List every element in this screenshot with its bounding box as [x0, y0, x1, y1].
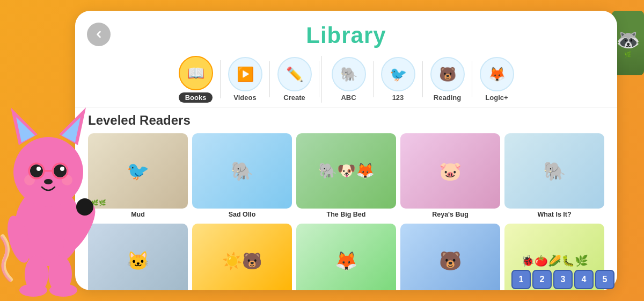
- book-so-hot-thumb: ☀️🐻: [192, 224, 292, 291]
- cat-books-icon: 📖: [179, 56, 213, 90]
- book-mud-thumb: 🐦 🌿🌿: [88, 133, 188, 209]
- cat-logicplus[interactable]: 🦊 Logic+: [472, 57, 522, 102]
- cat-videos[interactable]: ▶️ Videos: [221, 57, 270, 102]
- cat-abc[interactable]: 🐘 ABC: [324, 57, 374, 102]
- cat-123-label: 123: [392, 94, 404, 102]
- number-bar: 1 2 3 4 5: [511, 270, 614, 289]
- cat-logicplus-label: Logic+: [485, 94, 508, 102]
- cat-123[interactable]: 🐦 123: [374, 57, 423, 102]
- books-grid: 🐦 🌿🌿 Mud 🐘 Sad Ollo 🐘🐶🦊 The Big Bed 🐷 Re…: [75, 131, 617, 290]
- book-big-bed[interactable]: 🐘🐶🦊 The Big Bed: [296, 133, 396, 218]
- book-cup-is-up[interactable]: 🐻 The Cup Is Up: [400, 224, 500, 291]
- num-btn-4[interactable]: 4: [574, 270, 594, 289]
- cat-videos-icon: ▶️: [228, 57, 262, 91]
- page-title: Library: [75, 11, 617, 48]
- book-sad-ollo[interactable]: 🐘 Sad Ollo: [192, 133, 292, 218]
- book-mud[interactable]: 🐦 🌿🌿 Mud: [88, 133, 188, 218]
- cat-reading-icon: 🐻: [430, 57, 465, 91]
- book-hop-hop-hop-thumb: 🦊: [296, 224, 396, 291]
- book-what-is-it-label: What Is It?: [537, 211, 571, 218]
- book-reyas-bug-thumb: 🐷: [400, 133, 500, 209]
- cat-books-label: Books: [179, 92, 213, 103]
- num-btn-1[interactable]: 1: [511, 270, 531, 289]
- cat-create-label: Create: [283, 94, 305, 102]
- cat-abc-icon: 🐘: [332, 57, 366, 91]
- cat-reading-label: Reading: [434, 94, 461, 102]
- book-cup-is-up-thumb: 🐻: [400, 224, 500, 291]
- book-jam-vat[interactable]: 🐱 Jam in the Vat: [88, 224, 188, 291]
- back-button[interactable]: [87, 23, 111, 46]
- book-big-bed-thumb: 🐘🐶🦊: [296, 133, 396, 209]
- book-what-is-it[interactable]: 🐘 What Is It?: [504, 133, 604, 218]
- book-sad-ollo-label: Sad Ollo: [229, 211, 256, 218]
- cat-reading[interactable]: 🐻 Reading: [423, 57, 472, 102]
- num-btn-5[interactable]: 5: [595, 270, 614, 289]
- cat-create[interactable]: ✏️ Create: [270, 57, 319, 102]
- section-title: Leveled Readers: [75, 108, 617, 131]
- book-sad-ollo-thumb: 🐘: [192, 133, 292, 209]
- category-nav: 📖 Books ▶️ Videos ✏️ Create 🐘 ABC 🐦: [75, 48, 617, 108]
- book-mud-label: Mud: [131, 211, 145, 218]
- book-what-is-it-thumb: 🐘: [504, 133, 604, 209]
- cat-create-icon: ✏️: [277, 57, 312, 91]
- cat-123-icon: 🐦: [381, 57, 415, 91]
- cat-books[interactable]: 📖 Books: [171, 56, 221, 103]
- num-btn-2[interactable]: 2: [532, 270, 552, 289]
- num-btn-3[interactable]: 3: [553, 270, 573, 289]
- book-jam-vat-thumb: 🐱: [88, 224, 188, 291]
- cat-videos-label: Videos: [233, 94, 256, 102]
- book-reyas-bug-label: Reya's Bug: [432, 211, 469, 218]
- main-card: Library 📖 Books ▶️ Videos ✏️ Create 🐘: [75, 11, 617, 290]
- book-so-hot[interactable]: ☀️🐻 So Hot: [192, 224, 292, 291]
- cat-abc-label: ABC: [341, 94, 356, 102]
- book-big-bed-label: The Big Bed: [327, 211, 366, 218]
- book-hop-hop-hop[interactable]: 🦊 Hop Hop Hop: [296, 224, 396, 291]
- cat-logicplus-icon: 🦊: [480, 57, 514, 91]
- book-reyas-bug[interactable]: 🐷 Reya's Bug: [400, 133, 500, 218]
